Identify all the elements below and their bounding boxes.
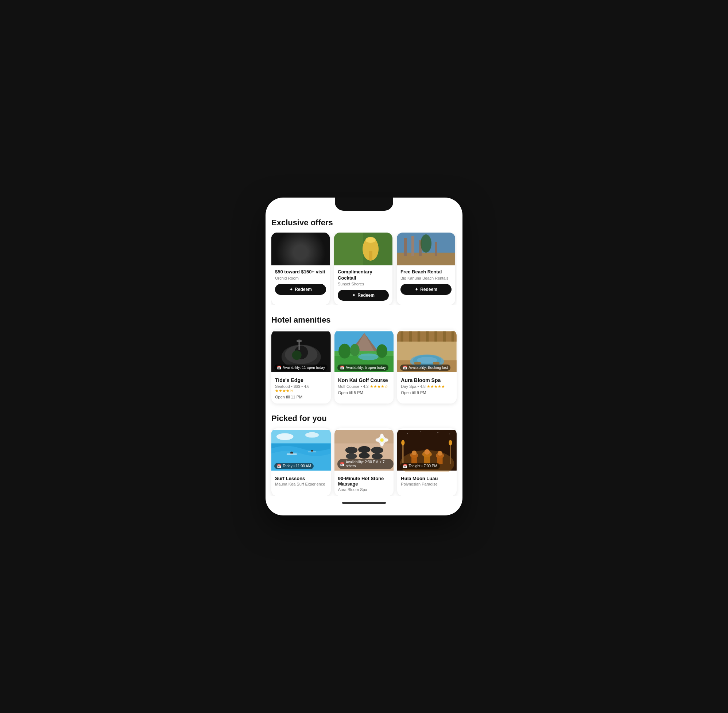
- offer-image-1: [271, 233, 330, 266]
- picked-img-wrapper-1: 📅 Today • 11:00 AM: [271, 428, 331, 472]
- svg-point-92: [438, 432, 438, 433]
- svg-point-1: [284, 242, 317, 263]
- svg-point-82: [425, 449, 430, 455]
- picked-badge-2: 📅 Availability: 2:30 PM + 7 others: [337, 459, 394, 469]
- svg-point-79: [412, 450, 417, 455]
- redeem-button-3[interactable]: ✦ Redeem: [401, 284, 451, 295]
- amenities-title: Hotel amenities: [271, 315, 457, 325]
- svg-rect-23: [298, 342, 300, 350]
- svg-point-72: [375, 439, 380, 442]
- svg-point-32: [350, 344, 359, 356]
- phone-frame: Exclusive offers: [266, 198, 462, 516]
- picked-card-2[interactable]: 📅 Availability: 2:30 PM + 7 others 90-Mi…: [335, 428, 394, 496]
- amenity-name-3: Aura Bloom Spa: [401, 377, 453, 383]
- offer-title-1: $50 toward $150+ visit: [275, 269, 326, 275]
- calendar-icon-1: 📅: [277, 365, 281, 370]
- svg-point-5: [297, 244, 303, 250]
- amenity-card-3[interactable]: 📅 Availability: Booking fast Aura Bloom …: [397, 330, 457, 404]
- offers-row: $50 toward $150+ visit Orchid Room ✦ Red…: [271, 233, 457, 306]
- svg-rect-37: [401, 332, 404, 342]
- svg-point-31: [338, 344, 350, 359]
- offer-body-3: Free Beach Rental Big Kahuna Beach Renta…: [397, 266, 455, 299]
- amenity-card-1[interactable]: 📅 Availability: 11 open today Tide's Edg…: [271, 330, 331, 404]
- offer-subtitle-2: Sunset Shores: [338, 282, 389, 286]
- picked-name-1: Surf Lessons: [275, 476, 327, 481]
- amenity-body-2: Kon Kai Golf Course Golf Course • 4.2 ★★…: [335, 374, 394, 399]
- svg-point-3: [295, 243, 306, 255]
- amenity-availability-1: 📅 Availability: 11 open today: [274, 364, 327, 371]
- phone-notch: [335, 198, 393, 211]
- scroll-content: Exclusive offers: [266, 211, 462, 497]
- svg-rect-57: [287, 454, 297, 455]
- amenity-img-wrapper-2: 📅 Availability: 5 open today: [335, 330, 394, 374]
- svg-rect-42: [443, 332, 446, 342]
- svg-point-85: [438, 451, 442, 456]
- amenity-open-1: Open till 11 PM: [275, 395, 327, 399]
- amenity-img-wrapper-1: 📅 Availability: 11 open today: [271, 330, 331, 374]
- svg-point-34: [358, 354, 378, 361]
- svg-point-62: [345, 447, 357, 454]
- picked-badge-1: 📅 Today • 11:00 AM: [274, 463, 314, 469]
- svg-rect-10: [369, 251, 372, 260]
- picked-sub-2: Aura Bloom Spa: [338, 487, 390, 492]
- picked-card-1[interactable]: 📅 Today • 11:00 AM Surf Lessons Mauna Ke…: [271, 428, 331, 496]
- svg-point-63: [358, 446, 370, 453]
- svg-point-71: [380, 442, 383, 446]
- svg-point-69: [380, 439, 383, 442]
- offer-card-1: $50 toward $150+ visit Orchid Room ✦ Red…: [271, 233, 330, 306]
- svg-point-87: [401, 440, 405, 446]
- stars-1: ★★★★½: [275, 389, 293, 393]
- redeem-button-2[interactable]: ✦ Redeem: [338, 290, 389, 301]
- amenity-open-2: Open till 5 PM: [338, 391, 390, 395]
- svg-point-90: [407, 433, 408, 434]
- svg-point-93: [449, 434, 450, 434]
- picked-section: Picked for you: [271, 414, 457, 496]
- amenity-availability-3: 📅 Availability: Booking fast: [400, 364, 450, 371]
- svg-point-9: [365, 237, 376, 243]
- amenities-grid: 📅 Availability: 11 open today Tide's Edg…: [271, 330, 457, 404]
- picked-card-3[interactable]: 📅 Tonight • 7:00 PM Hula Moon Luau Polyn…: [397, 428, 457, 496]
- svg-point-54: [305, 432, 319, 438]
- offer-body-2: Complimentary Cocktail Sunset Shores ✦ R…: [334, 266, 392, 306]
- svg-point-89: [449, 440, 452, 446]
- offer-title-3: Free Beach Rental: [401, 269, 451, 275]
- svg-point-16: [420, 234, 432, 253]
- amenity-meta-1: Seafood • $$$ • 4.6 ★★★★½: [275, 384, 327, 393]
- picked-img-wrapper-3: 📅 Tonight • 7:00 PM: [397, 428, 457, 472]
- exclusive-offers-title: Exclusive offers: [271, 218, 457, 227]
- svg-rect-88: [450, 444, 451, 464]
- svg-rect-39: [418, 332, 420, 342]
- svg-rect-40: [426, 332, 429, 342]
- svg-point-73: [383, 439, 388, 442]
- svg-rect-59: [308, 452, 316, 452]
- sparkle-icon-2: ✦: [352, 293, 356, 298]
- picked-name-2: 90-Minute Hot Stone Massage: [338, 476, 390, 487]
- amenities-section: Hotel amenities: [271, 315, 457, 404]
- stars-3: ★★★★★: [427, 384, 445, 389]
- picked-badge-3: 📅 Tonight • 7:00 PM: [400, 463, 440, 469]
- svg-rect-41: [435, 332, 437, 342]
- redeem-button-1[interactable]: ✦ Redeem: [275, 284, 326, 295]
- svg-point-67: [372, 453, 383, 459]
- picked-title: Picked for you: [271, 414, 457, 423]
- svg-point-91: [420, 431, 421, 432]
- svg-rect-38: [409, 332, 412, 342]
- svg-point-22: [292, 351, 302, 360]
- svg-rect-7: [334, 233, 363, 266]
- svg-rect-17: [435, 242, 437, 256]
- picked-name-3: Hula Moon Luau: [401, 476, 453, 481]
- svg-rect-78: [411, 455, 417, 464]
- redeem-label-3: Redeem: [420, 287, 437, 292]
- svg-rect-14: [411, 236, 414, 256]
- sparkle-icon-3: ✦: [415, 287, 419, 292]
- svg-rect-43: [451, 332, 454, 342]
- calendar-icon-6: 📅: [403, 464, 407, 468]
- amenity-card-2[interactable]: 📅 Availability: 5 open today Kon Kai Gol…: [335, 330, 394, 404]
- home-indicator: [342, 502, 386, 504]
- calendar-icon-3: 📅: [403, 365, 407, 370]
- amenity-name-2: Kon Kai Golf Course: [338, 377, 390, 383]
- svg-rect-81: [424, 455, 431, 464]
- calendar-icon-2: 📅: [340, 365, 344, 370]
- offer-image-3: [397, 233, 455, 266]
- offer-title-2: Complimentary Cocktail: [338, 269, 389, 281]
